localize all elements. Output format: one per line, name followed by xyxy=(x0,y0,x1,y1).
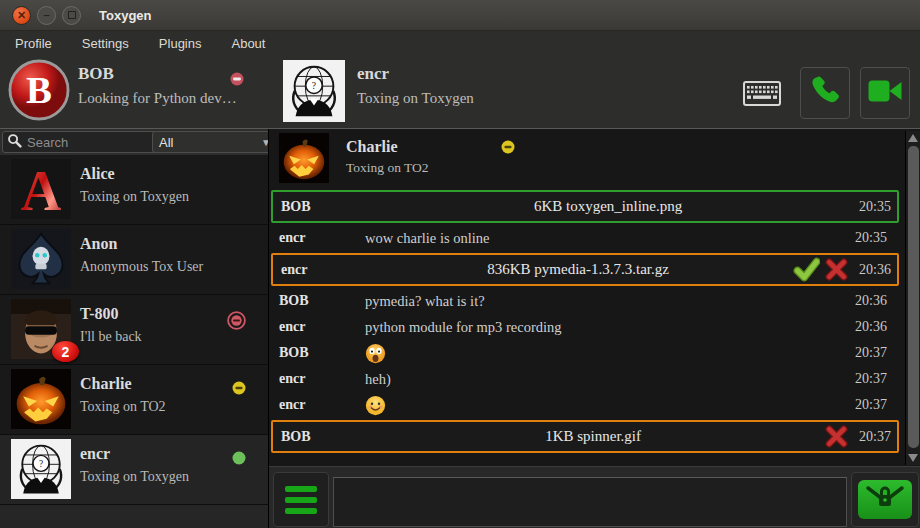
emoji-message-row: encr 20:37 xyxy=(269,392,903,418)
menu-plugins[interactable]: Plugins xyxy=(144,36,217,51)
bob-letter-avatar[interactable]: B xyxy=(8,59,70,121)
scroll-down-button[interactable] xyxy=(908,454,918,462)
message-time: 20:37 xyxy=(855,345,897,361)
message-sender: encr xyxy=(279,319,365,335)
file-transfer-row: encr 836KB pymedia-1.3.7.3.tar.gz20:36 xyxy=(271,253,899,286)
minimize-window-button[interactable]: – xyxy=(37,6,56,25)
search-input[interactable] xyxy=(25,134,153,151)
message-time: 20:35 xyxy=(855,230,897,246)
phone-icon xyxy=(808,74,842,112)
message-input[interactable] xyxy=(333,477,847,527)
self-status-message: Looking for Python dev… xyxy=(78,90,237,107)
search-row: All ▼ xyxy=(0,129,268,155)
contact-status-message: I'll be back xyxy=(80,329,142,345)
hamburger-icon xyxy=(285,486,317,492)
status-away-icon xyxy=(232,381,246,399)
contact-item[interactable]: Charlie Toxing on TO2 xyxy=(0,365,268,435)
message-text: heh) xyxy=(365,371,391,388)
contact-item[interactable]: T-800 I'll be back2 xyxy=(0,295,268,365)
status-busy-ring-icon xyxy=(227,311,246,334)
menu-profile[interactable]: Profile xyxy=(0,36,67,51)
alice-letter-avatar: A xyxy=(11,159,71,219)
video-camera-icon xyxy=(867,76,903,110)
svg-text:?: ? xyxy=(39,459,43,469)
contact-name: Charlie xyxy=(80,375,132,393)
contact-name: encr xyxy=(80,445,110,463)
chat-peer-name: Charlie xyxy=(346,138,398,156)
keyboard-icon[interactable] xyxy=(743,81,781,110)
audio-call-button[interactable] xyxy=(800,67,850,119)
message-time: 20:35 xyxy=(851,199,893,215)
contact-status-message: Toxing on Toxygen xyxy=(80,469,189,485)
file-transfer-label: 836KB pymedia-1.3.7.3.tar.gz xyxy=(365,261,791,278)
encrypted-send-icon xyxy=(863,483,907,517)
self-status-busy-icon[interactable] xyxy=(230,72,244,90)
message-sender: encr xyxy=(279,230,365,246)
file-transfer-row: BOB 1KB spinner.gif20:37 xyxy=(271,420,899,453)
search-box xyxy=(2,131,158,153)
title-bar: ✕ – Toxygen xyxy=(0,0,920,31)
message-time: 20:36 xyxy=(855,293,897,309)
svg-text:A: A xyxy=(21,160,62,219)
file-transfer-label: 1KB spinner.gif xyxy=(365,428,821,445)
message-sender: BOB xyxy=(279,293,365,309)
chat-area: Charlie Toxing on TO2 BOB 6KB toxygen_in… xyxy=(268,129,920,528)
pumpkin-avatar xyxy=(279,133,329,183)
message-sender: encr xyxy=(279,371,365,387)
close-window-button[interactable]: ✕ xyxy=(12,6,31,25)
sidebar: All ▼ A Alice Toxing on Toxygen Anon Ano… xyxy=(0,129,268,528)
chat-peer-card: Charlie Toxing on TO2 xyxy=(269,132,903,186)
accept-transfer-button[interactable] xyxy=(791,256,821,283)
svg-text:?: ? xyxy=(312,80,316,91)
anonymous-avatar: ? xyxy=(11,439,71,499)
contact-item[interactable]: Anon Anonymous Tox User xyxy=(0,225,268,295)
message-time: 20:37 xyxy=(855,371,897,387)
message-text: wow charlie is online xyxy=(365,230,489,247)
shocked-emoji xyxy=(365,343,386,364)
decline-transfer-button[interactable] xyxy=(821,424,851,449)
contact-item[interactable]: A Alice Toxing on Toxygen xyxy=(0,155,268,225)
message-time: 20:37 xyxy=(855,397,897,413)
file-transfer-row: BOB 6KB toxygen_inline.png20:35 xyxy=(271,190,899,223)
message-time: 20:37 xyxy=(851,429,893,445)
text-message-row: BOB pymedia? what is it? 20:36 xyxy=(269,288,903,314)
message-sender: encr xyxy=(279,397,365,413)
svg-text:B: B xyxy=(26,68,52,111)
contact-name: T-800 xyxy=(80,305,119,323)
chat-peer-status-message: Toxing on TO2 xyxy=(346,160,429,176)
message-sender: BOB xyxy=(279,345,365,361)
video-call-button[interactable] xyxy=(860,67,910,119)
message-sender: encr xyxy=(281,262,365,278)
peer-status-message: Toxing on Toxygen xyxy=(357,90,474,107)
top-panel: B BOB Looking for Python dev… ? encr Tox… xyxy=(0,56,920,129)
smiling-emoji xyxy=(365,395,386,416)
contact-list: A Alice Toxing on Toxygen Anon Anonymous… xyxy=(0,155,268,505)
menu-settings[interactable]: Settings xyxy=(67,36,144,51)
self-name: BOB xyxy=(78,64,114,84)
message-text: python module for mp3 recording xyxy=(365,319,562,336)
status-away-icon xyxy=(501,140,515,158)
contact-filter-value: All xyxy=(159,135,173,150)
send-button-container xyxy=(851,472,919,527)
spade-skull-avatar xyxy=(11,229,71,289)
contact-filter-dropdown[interactable]: All ▼ xyxy=(152,131,278,153)
composer xyxy=(269,466,920,528)
scrollbar[interactable] xyxy=(905,131,920,465)
text-message-row: encr python module for mp3 recording 20:… xyxy=(269,314,903,340)
message-time: 20:36 xyxy=(855,319,897,335)
contact-item[interactable]: ? encr Toxing on Toxygen xyxy=(0,435,268,505)
menu-about[interactable]: About xyxy=(216,36,280,51)
search-icon xyxy=(7,133,25,152)
chat-menu-button[interactable] xyxy=(273,472,329,527)
send-message-button[interactable] xyxy=(858,480,912,519)
status-online-icon xyxy=(232,451,246,469)
window-title: Toxygen xyxy=(99,8,152,23)
contact-status-message: Toxing on TO2 xyxy=(80,399,166,415)
maximize-window-button[interactable] xyxy=(62,6,81,25)
decline-transfer-button[interactable] xyxy=(821,257,851,282)
file-transfer-label: 6KB toxygen_inline.png xyxy=(365,198,851,215)
scroll-up-button[interactable] xyxy=(908,134,918,142)
text-message-row: encr wow charlie is online 20:35 xyxy=(269,225,903,251)
scroll-thumb[interactable] xyxy=(908,146,919,448)
anonymous-avatar: ? xyxy=(283,60,345,122)
